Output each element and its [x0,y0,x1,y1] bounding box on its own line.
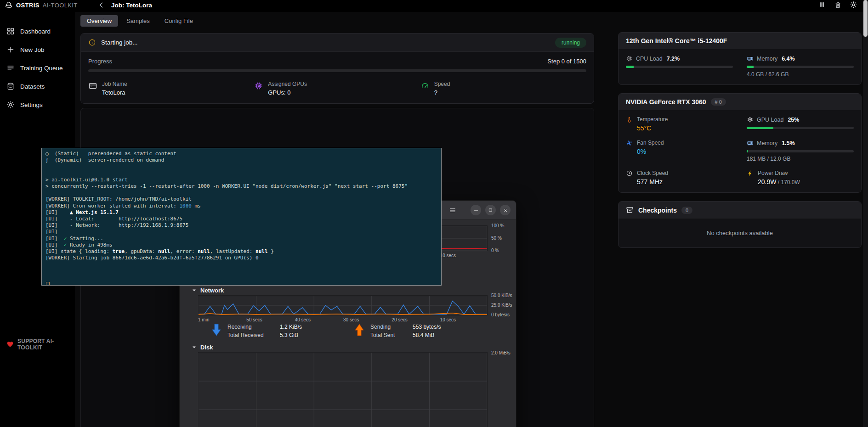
network-section-header[interactable]: Network [192,287,224,294]
job-status-badge: running [555,38,586,48]
metric-value: 577 MHz [637,178,668,185]
cpu-card-header: 12th Gen Intel® Core™ i5-12400F [618,33,861,49]
time-label: 30 secs [343,317,391,322]
sending-value: 553 bytes/s [413,324,441,330]
gear-icon [6,101,15,109]
cpu-y-label: 50 % [491,236,502,241]
pause-job-button[interactable] [818,0,827,9]
gpu-load-bar [747,127,854,129]
time-label: 40 secs [295,317,343,322]
cpu-load-bar [626,66,733,68]
stat-speed: Speed ? [420,81,586,96]
page-scrollbar[interactable] [863,0,868,427]
chevron-left-icon [97,1,107,9]
cpu-title: 12th Gen Intel® Core™ i5-12400F [626,37,727,45]
disk-section-label: Disk [200,344,213,351]
support-link[interactable]: SUPPORT AI-TOOLKIT [6,338,75,351]
metric-label: Power Draw [758,170,800,176]
job-header: Job: TetoLora [97,0,152,10]
tab-samples[interactable]: Samples [120,15,156,27]
stat-label: Job Name [102,81,127,87]
network-y-label: 25.0 KiB/s [491,303,512,308]
sidebar-item-label: Training Queue [20,65,63,72]
checkpoints-count-badge: 0 [681,207,692,214]
scrollbar-thumb[interactable] [863,0,868,37]
network-y-label: 50.0 KiB/s [491,293,512,298]
metric-label: Memory [757,140,777,146]
total-sent-label: Total Sent [370,332,403,338]
metric-value: 20.9W / 170.0W [758,178,800,185]
metric-value: 7.2% [667,56,680,62]
network-graph [198,295,488,315]
memory-icon [747,140,754,146]
terminal-cursor [46,282,50,286]
receiving-stats: Receiving 1.2 KiB/s Total Received 5.3 G… [212,324,302,338]
job-settings-button[interactable] [850,0,858,9]
power-max: / 170.0W [776,179,800,185]
gpu-memory-detail: 181 MB / 12.0 GB [747,156,854,162]
gear-icon [850,1,858,9]
progress-step-counter: Step 0 of 1500 [547,58,586,65]
time-label: 10 secs [440,317,488,322]
support-label: SUPPORT AI-TOOLKIT [17,338,75,351]
metric-clock-speed: Clock Speed 577 MHz [626,170,733,185]
cpu-y-label: 0 % [491,248,499,253]
tab-config-file[interactable]: Config File [158,15,199,27]
time-label: 1 min [198,317,246,322]
sidebar-item-new-job[interactable]: New Job [0,40,75,59]
job-overview-card: Starting job... running Progress Step 0 … [80,33,594,104]
metric-system-memory: Memory 6.4% 4.0 GB / 62.6 GB [747,55,854,78]
close-icon [503,208,508,213]
metric-value: 55°C [637,124,668,132]
sidebar-item-datasets[interactable]: Datasets [0,77,75,96]
delete-job-button[interactable] [834,0,842,9]
database-icon [6,82,15,90]
stat-label: Assigned GPUs [268,81,307,87]
metric-label: Temperature [637,116,668,123]
tab-overview[interactable]: Overview [80,15,118,27]
job-stats-row: Job Name TetoLora Assigned GPUs GPUs: 0 … [81,74,594,103]
cpu-y-label: 100 % [491,223,504,228]
checkpoints-header: Checkpoints 0 [618,202,861,219]
dashboard-icon [6,27,15,35]
stat-value: TetoLora [102,89,127,96]
back-button[interactable] [97,0,107,10]
disk-section-header[interactable]: Disk [192,344,213,351]
lightning-icon [747,170,754,177]
metric-temperature: Temperature 55°C [626,116,733,132]
hamburger-menu-icon [449,207,456,214]
time-label: 20 secs [391,317,440,322]
sidebar-item-training-queue[interactable]: Training Queue [0,59,75,77]
minimize-icon [473,208,479,213]
stat-value: ? [434,89,450,96]
metric-fan-speed: Fan Speed 0% [626,140,733,162]
brand-primary: OSTRIS [16,2,40,9]
metric-power-draw: Power Draw 20.9W / 170.0W [747,170,854,185]
maximize-button[interactable] [485,205,496,215]
menu-button[interactable] [446,203,460,217]
app-root: OSTRIS AI-TOOLKIT Job: TetoLora [0,0,868,427]
chevron-down-icon [192,288,197,293]
close-button[interactable] [500,205,511,215]
sidebar-nav: Dashboard New Job Training Queue Dataset… [0,12,75,114]
topbar-actions [818,0,858,9]
gpu-title: NVIDIA GeForce RTX 3060 [626,98,706,106]
disk-graph [198,352,488,427]
sidebar-item-settings[interactable]: Settings [0,96,75,114]
sending-stats: Sending 553 bytes/s Total Sent 58.4 MiB [355,324,441,338]
terminal-window[interactable]: ○ (Static) prerendered as static content… [41,148,442,286]
minimize-button[interactable] [471,205,481,215]
sidebar-item-label: Datasets [20,83,45,90]
queue-list-icon [6,64,15,72]
metric-label: CPU Load [636,56,663,62]
sidebar-item-label: Dashboard [20,28,51,35]
gpu-index-badge: # 0 [711,98,726,106]
progress-label: Progress [88,58,112,65]
sidebar-item-dashboard[interactable]: Dashboard [0,22,75,40]
network-section-label: Network [200,287,224,294]
receiving-value: 1.2 KiB/s [280,324,302,330]
job-status-text: Starting job... [101,39,138,46]
disk-y-label: 2.0 MiB/s [491,350,511,355]
cpu-chip-icon [626,55,633,62]
metric-label: GPU Load [757,117,783,123]
